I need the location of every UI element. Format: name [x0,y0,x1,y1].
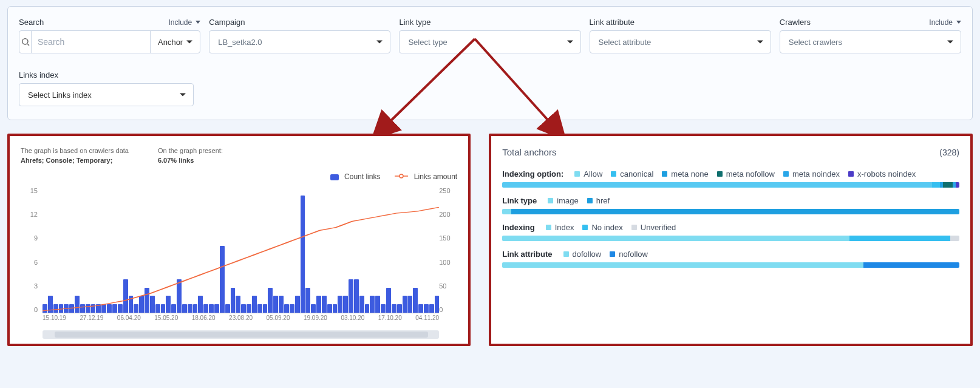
search-icon[interactable] [19,31,32,53]
chart-captions: The graph is based on crawlers data Ahre… [21,147,457,164]
x-tick: 19.09.20 [304,315,327,327]
color-swatch-icon [662,171,667,177]
y-tick-right: 0 [439,306,457,313]
crawlers-include-text: Include [929,18,953,27]
metric-legend-label: Index [555,223,574,232]
metric-legend-label: Unverified [641,223,676,232]
caret-down-icon [947,41,953,44]
metric-legend-item: x-robots noindex [848,169,916,179]
campaign-value: LB_setka2.0 [218,38,262,47]
total-anchors-title: Total anchors [502,147,556,157]
campaign-label: Campaign [209,18,245,27]
metric-legend-item: meta nofollow [717,169,775,179]
metric-legend-item: Unverified [631,223,676,232]
metric-legend-label: href [596,196,610,205]
stacked-bar-segment [849,236,950,241]
filter-links-index: Links index Select Links index [19,70,194,106]
link-type-placeholder: Select type [408,38,447,47]
color-swatch-icon [574,171,580,177]
caret-down-icon [186,41,192,44]
anchors-metric-row: Indexing option:Allowcanonicalmeta nonem… [502,169,959,188]
x-tick: 15.05.20 [154,315,178,327]
filter-crawlers: Crawlers Include Select crawlers [780,18,961,53]
caret-down-icon [956,21,961,24]
search-input[interactable] [32,31,150,53]
anchors-body: Indexing option:Allowcanonicalmeta nonem… [502,169,959,268]
stacked-bar-segment [943,182,953,188]
caret-down-icon [757,41,763,44]
crawlers-include-toggle[interactable]: Include [929,18,961,27]
filter-campaign: Campaign LB_setka2.0 [209,18,390,53]
search-label: Search [19,18,44,27]
x-tick: 27.12.19 [80,315,103,327]
stacked-bar-segment [511,209,959,214]
x-tick: 17.10.20 [378,315,402,327]
chart-caption2-body: 6.07% links [158,157,223,164]
metric-legend-item: Index [546,223,574,232]
line-swatch-icon [395,173,408,179]
chart-scroll-thumb[interactable] [55,332,428,338]
chart-scrollbar[interactable] [43,330,439,339]
x-axis: 15.10.1927.12.1906.04.2015.05.2018.06.20… [43,315,439,327]
metric-legend-item: meta none [662,169,708,179]
campaign-select[interactable]: LB_setka2.0 [209,30,390,53]
crawlers-select[interactable]: Select crawlers [780,30,961,53]
search-anchor-label: Anchor [158,38,183,47]
color-swatch-icon [582,225,588,230]
caret-down-icon [376,41,383,44]
link-attribute-placeholder: Select attribute [599,38,652,47]
y-tick-right: 50 [439,282,457,290]
color-swatch-icon [610,251,615,257]
link-attribute-label: Link attribute [590,18,635,27]
color-swatch-icon [587,198,593,203]
links-chart-panel: The graph is based on crawlers data Ahre… [7,134,471,346]
crawlers-label: Crawlers [780,18,811,27]
link-attribute-select[interactable]: Select attribute [590,30,771,53]
metric-legend-label: meta none [671,169,708,179]
stacked-bar-segment [863,262,959,268]
filter-link-type: Link type Select type [399,18,580,53]
metric-legend-label: image [557,196,578,205]
search-include-text: Include [169,18,192,27]
total-anchors-panel: Total anchors (328) Indexing option:Allo… [489,134,973,346]
metric-legend-label: meta noindex [792,169,840,179]
filter-link-attribute: Link attribute Select attribute [590,18,771,53]
legend-links-amount: Links amount [395,172,457,181]
metric-stacked-bar [502,236,959,241]
metric-legend-label: No index [591,223,622,232]
y-tick-left: 15 [21,187,38,194]
search-include-toggle[interactable]: Include [169,18,201,27]
line-chart-overlay [43,187,439,313]
y-tick-right: 150 [439,234,457,242]
x-tick: 18.06.20 [192,315,216,327]
chart-caption1-body: Ahrefs; Console; Temporary; [21,157,129,164]
metric-legend-label: canonical [620,169,653,179]
metric-legend-item: image [548,196,578,205]
filter-search: Search Include Anchor [19,18,200,53]
stacked-bar-segment [502,262,863,268]
metric-name: Link attribute [502,250,552,259]
color-swatch-icon [783,171,789,177]
search-anchor-select[interactable]: Anchor [150,31,200,53]
legend-amount-label: Links amount [414,172,457,181]
total-anchors-count: (328) [939,148,959,157]
y-tick-left: 0 [21,306,38,313]
stacked-bar-segment [502,209,511,214]
links-index-select[interactable]: Select Links index [19,83,194,106]
link-type-select[interactable]: Select type [399,30,580,53]
metric-name: Indexing option: [502,169,563,179]
stacked-bar-segment [950,236,959,241]
metric-stacked-bar [502,262,959,268]
caret-down-icon [180,94,186,97]
metric-legend-label: Allow [584,169,602,179]
color-swatch-icon [563,251,569,257]
metric-legend-item: nofollow [610,250,648,259]
x-tick: 06.04.20 [117,315,141,327]
x-tick: 05.09.20 [267,315,290,327]
dashboard-row: The graph is based on crawlers data Ahre… [7,134,973,346]
chart-legend: Count links Links amount [21,172,457,181]
color-swatch-icon [611,171,616,177]
x-tick: 04.11.20 [415,315,439,327]
anchors-metric-row: IndexingIndexNo indexUnverified [502,223,959,241]
caret-down-icon [196,21,200,24]
